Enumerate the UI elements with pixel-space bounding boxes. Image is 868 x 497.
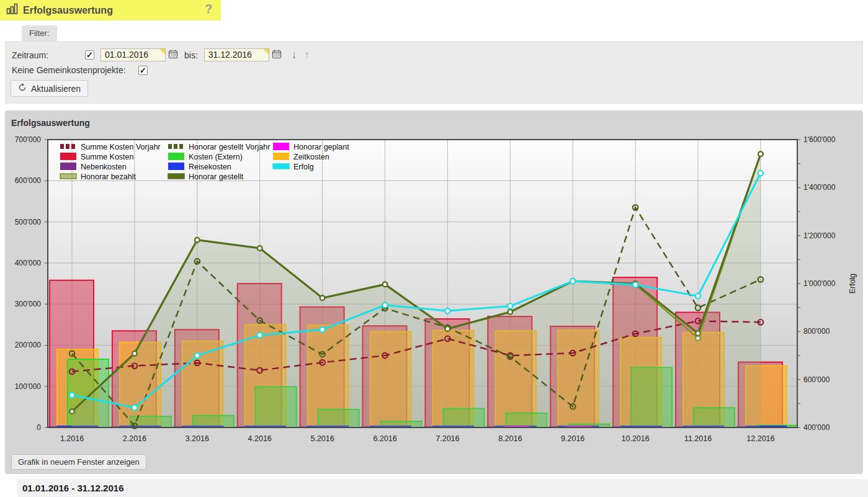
filter-panel: Zeitraum: ✓ 01.01.2016 123 bis: [5, 41, 863, 104]
legend-label: Honorar geplant [293, 143, 349, 151]
help-icon[interactable]: ? [205, 2, 212, 16]
legend-swatch [273, 164, 289, 169]
open-in-new-window-button[interactable]: Grafik in neuem Fenster anzeigen [11, 454, 146, 470]
zeitraum-row: Zeitraum: ✓ 01.01.2016 123 bis: [12, 48, 310, 61]
date-corner-marker [263, 49, 269, 55]
zeitraum-checkbox[interactable]: ✓ [85, 50, 94, 60]
svg-text:600'000: 600'000 [15, 176, 42, 185]
svg-text:2.2016: 2.2016 [123, 434, 146, 443]
legend-label: Honorar bezahlt [81, 172, 136, 181]
legend-swatch [168, 163, 184, 170]
legend-label: Honorar gestellt Vorjahr [189, 143, 270, 151]
svg-text:600'000: 600'000 [803, 375, 830, 384]
date-range-heading: 01.01.2016 - 31.12.2016 [17, 479, 868, 497]
svg-text:5.2016: 5.2016 [310, 434, 334, 443]
svg-text:4.2016: 4.2016 [248, 434, 272, 443]
chart-title: Erfolgsauswertung [11, 118, 90, 128]
legend-swatch [273, 153, 289, 160]
legend-label: Summe Kosten [81, 153, 134, 161]
bar-chart-icon [6, 3, 18, 17]
svg-text:0: 0 [37, 423, 41, 432]
zeitraum-label: Zeitraum: [12, 50, 85, 60]
svg-text:1.2016: 1.2016 [60, 434, 84, 443]
right-axis: 400'000600'000800'0001'000'0001'200'0001… [797, 135, 857, 432]
svg-text:7.2016: 7.2016 [436, 434, 459, 443]
footer-strip: 01.01.2016 - 31.12.2016 [17, 479, 868, 497]
svg-text:1'600'000: 1'600'000 [803, 135, 836, 144]
calendar-icon[interactable]: 123 [272, 49, 282, 61]
gemeinkosten-row: Keine Gemeinkostenprojekte: ✓ [12, 65, 148, 75]
legend-label: Kosten (Extern) [189, 153, 243, 161]
legend-label: Honorar gestellt [189, 172, 244, 181]
legend-label: Summe Kosten Vorjahr [81, 143, 161, 151]
legend-swatch [60, 174, 76, 179]
svg-text:11.2016: 11.2016 [684, 434, 712, 443]
legend-label: Reisekosten [189, 163, 231, 171]
svg-text:1'000'000: 1'000'000 [803, 279, 836, 288]
svg-text:9.2016: 9.2016 [561, 434, 584, 443]
legend-label: Zeitkosten [293, 153, 329, 161]
keine-gemeinkosten-checkbox[interactable]: ✓ [138, 66, 148, 75]
svg-text:500'000: 500'000 [15, 218, 42, 226]
date-from-input[interactable]: 01.01.2016 [101, 48, 166, 61]
svg-text:3.2016: 3.2016 [186, 434, 209, 443]
svg-text:8.2016: 8.2016 [498, 434, 522, 443]
left-axis: 0100'000200'000300'000400'000500'000600'… [15, 135, 48, 432]
sort-down-icon[interactable]: ↓ [292, 50, 297, 60]
refresh-icon [18, 83, 27, 94]
date-corner-marker [159, 49, 165, 55]
legend-swatch [273, 143, 289, 150]
svg-text:123: 123 [170, 53, 176, 57]
svg-text:1'200'000: 1'200'000 [803, 231, 836, 240]
app-header: Erfolgsauswertung ? [0, 0, 221, 20]
legend-swatch [60, 163, 76, 170]
legend-label: Nebenkosten [81, 163, 127, 171]
aktualisieren-button[interactable]: Aktualisieren [11, 80, 88, 97]
svg-text:12.2016: 12.2016 [746, 434, 774, 443]
legend-swatch [168, 153, 184, 160]
keine-gemeinkosten-label: Keine Gemeinkostenprojekte: [12, 65, 138, 75]
svg-text:400'000: 400'000 [15, 259, 42, 267]
svg-text:6.2016: 6.2016 [373, 434, 396, 443]
svg-text:300'000: 300'000 [15, 300, 42, 308]
legend-swatch [168, 174, 184, 179]
svg-text:400'000: 400'000 [803, 423, 830, 432]
svg-text:10.2016: 10.2016 [622, 434, 650, 443]
sort-up-icon[interactable]: ↑ [304, 50, 310, 60]
svg-text:1'400'000: 1'400'000 [803, 183, 836, 192]
svg-text:800'000: 800'000 [803, 327, 830, 336]
svg-text:200'000: 200'000 [15, 341, 42, 349]
erfolgsauswertung-chart: 0100'000200'000300'000400'000500'000600'… [5, 110, 863, 452]
svg-text:700'000: 700'000 [15, 135, 42, 144]
date-to-input[interactable]: 31.12.2016 [204, 48, 269, 61]
svg-text:100'000: 100'000 [15, 382, 42, 391]
legend-swatch [60, 153, 76, 160]
legend-label: Erfolg [293, 163, 314, 171]
chart-panel: 0100'000200'000300'000400'000500'000600'… [5, 110, 863, 474]
right-axis-title: Erfolg [848, 274, 857, 294]
x-axis: 1.20162.20163.20164.20165.20166.20167.20… [60, 434, 775, 443]
filter-tab[interactable]: Filter: [22, 25, 57, 43]
bis-label: bis: [184, 50, 198, 60]
page-title: Erfolgsauswertung [23, 5, 113, 16]
calendar-icon[interactable]: 123 [168, 49, 178, 61]
svg-text:123: 123 [274, 53, 279, 57]
